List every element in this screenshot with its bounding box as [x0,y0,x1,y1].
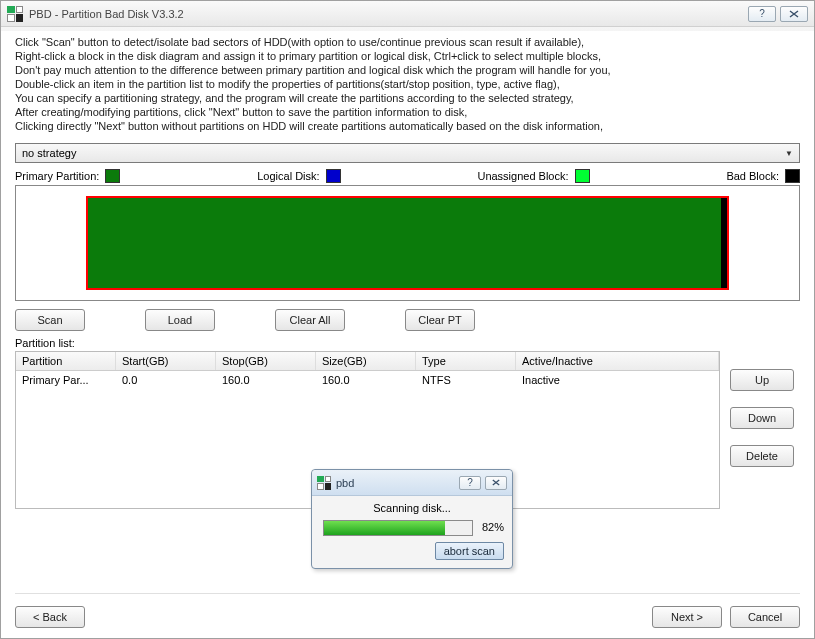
legend-logical-label: Logical Disk: [257,170,319,182]
instructions-text: Click "Scan" button to detect/isolate ba… [15,35,800,133]
up-button[interactable]: Up [730,369,794,391]
progress-percent: 82% [482,521,504,533]
col-header-start[interactable]: Start(GB) [116,352,216,370]
col-header-partition[interactable]: Partition [16,352,116,370]
cell-active: Inactive [516,371,719,389]
delete-button[interactable]: Delete [730,445,794,467]
legend-bad-label: Bad Block: [726,170,779,182]
titlebar: PBD - Partition Bad Disk V3.3.2 ? [1,1,814,27]
dialog-title: pbd [336,477,354,489]
cell-start: 0.0 [116,371,216,389]
back-button[interactable]: < Back [15,606,85,628]
strategy-selected-text: no strategy [22,147,76,159]
down-button[interactable]: Down [730,407,794,429]
app-icon [7,6,23,22]
cell-type: NTFS [416,371,516,389]
table-row[interactable]: Primary Par... 0.0 160.0 160.0 NTFS Inac… [16,371,719,389]
legend-unassigned-label: Unassigned Block: [477,170,568,182]
col-header-type[interactable]: Type [416,352,516,370]
help-button[interactable]: ? [748,6,776,22]
dialog-close-button[interactable] [485,476,507,490]
scan-button[interactable]: Scan [15,309,85,331]
col-header-active[interactable]: Active/Inactive [516,352,719,370]
next-button[interactable]: Next > [652,606,722,628]
legend-row: Primary Partition: Logical Disk: Unassig… [15,169,800,183]
chevron-down-icon: ▼ [785,149,793,158]
cell-stop: 160.0 [216,371,316,389]
window-title: PBD - Partition Bad Disk V3.3.2 [29,8,184,20]
strategy-dropdown[interactable]: no strategy ▼ [15,143,800,163]
legend-primary-swatch [105,169,120,183]
cell-partition: Primary Par... [16,371,116,389]
legend-primary-label: Primary Partition: [15,170,99,182]
app-icon [317,476,331,490]
progress-bar [323,520,473,536]
clear-pt-button[interactable]: Clear PT [405,309,475,331]
legend-unassigned-swatch [575,169,590,183]
disk-diagram[interactable] [86,196,729,290]
disk-diagram-container [15,185,800,301]
load-button[interactable]: Load [145,309,215,331]
scan-progress-dialog: pbd ? Scanning disk... 82% abort scan [311,469,513,569]
col-header-size[interactable]: Size(GB) [316,352,416,370]
partition-list-label: Partition list: [15,337,800,349]
scan-status-text: Scanning disk... [320,502,504,514]
clear-all-button[interactable]: Clear All [275,309,345,331]
legend-bad-swatch [785,169,800,183]
legend-logical-swatch [326,169,341,183]
cell-size: 160.0 [316,371,416,389]
col-header-stop[interactable]: Stop(GB) [216,352,316,370]
disk-block-primary[interactable] [88,198,721,288]
cancel-button[interactable]: Cancel [730,606,800,628]
abort-scan-button[interactable]: abort scan [435,542,504,560]
close-button[interactable] [780,6,808,22]
disk-block-bad[interactable] [721,198,727,288]
dialog-help-button[interactable]: ? [459,476,481,490]
